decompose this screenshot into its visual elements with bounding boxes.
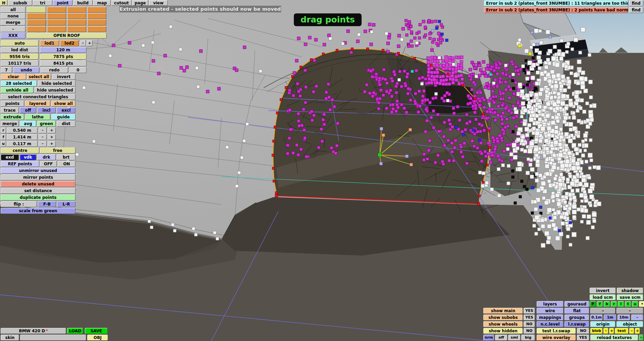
subob-all[interactable]: all bbox=[1, 7, 25, 13]
undo-count[interactable]: 7 bbox=[1, 67, 12, 73]
wire-button[interactable]: wire bbox=[537, 308, 564, 314]
channel-p-button[interactable]: P bbox=[590, 301, 596, 307]
shadow-scm-button[interactable]: shadow bbox=[617, 288, 643, 294]
coord-u-axis[interactable]: u bbox=[1, 141, 6, 147]
coord-f-plus[interactable]: + bbox=[48, 134, 56, 140]
coord-u-minus[interactable]: – bbox=[39, 141, 47, 147]
merge-button[interactable]: merge bbox=[1, 121, 19, 127]
error-bar-2[interactable]: Error in sub 2 (plates_front 3NUMBE) : 2… bbox=[484, 7, 628, 13]
show-subobs-toggle[interactable]: YES bbox=[524, 315, 535, 321]
subob-grid-cell[interactable] bbox=[67, 7, 86, 13]
ref-on-button[interactable]: ON bbox=[58, 161, 75, 167]
model-name-button[interactable]: BMW 420 D* bbox=[1, 328, 66, 334]
coord-r-plus[interactable]: + bbox=[48, 127, 56, 133]
subob-grid-cell[interactable] bbox=[87, 19, 106, 25]
coord-r-value[interactable]: 0.540 m bbox=[7, 127, 38, 133]
pts-active[interactable]: 7875 pts bbox=[40, 54, 87, 60]
lod-dist-value[interactable]: 120 m bbox=[40, 47, 87, 53]
mirror-points-button[interactable]: mirror points bbox=[1, 174, 75, 180]
channel-b-button[interactable]: b bbox=[604, 301, 610, 307]
subob-dash[interactable]: – bbox=[1, 26, 25, 32]
blob-minus-button[interactable]: – bbox=[603, 328, 608, 334]
subob-grid-cell[interactable] bbox=[47, 7, 66, 13]
select-all-button[interactable]: select all bbox=[27, 74, 51, 80]
menu-view[interactable]: view bbox=[149, 0, 168, 6]
ref-off-button[interactable]: OFF bbox=[40, 161, 57, 167]
subob-name[interactable]: OPEN ROOF bbox=[27, 33, 107, 39]
subob-grid-cell[interactable] bbox=[47, 19, 66, 25]
menu-cutout[interactable]: cutout bbox=[111, 0, 131, 6]
coord-f-minus[interactable]: – bbox=[39, 134, 47, 140]
redo-button[interactable]: redo bbox=[41, 67, 68, 73]
wire-overlay-label[interactable]: wire overlay bbox=[537, 335, 576, 341]
test-lrswap-toggle[interactable]: NO bbox=[577, 328, 589, 334]
subob-grid-cell[interactable] bbox=[47, 26, 66, 32]
origin-button[interactable]: origin bbox=[590, 321, 615, 327]
nrm-off-button[interactable]: off bbox=[495, 335, 507, 341]
text-minus-button[interactable]: – bbox=[629, 328, 634, 334]
drk-button[interactable]: drk bbox=[37, 154, 56, 160]
subob-none[interactable]: none bbox=[1, 13, 25, 19]
reload-dash-button[interactable]: – bbox=[639, 335, 643, 341]
invert-button[interactable]: invert bbox=[52, 74, 75, 80]
load-model-button[interactable]: LOAD bbox=[67, 328, 83, 334]
channel-dot-button[interactable]: • bbox=[639, 301, 644, 307]
lod-1[interactable]: lod1 bbox=[40, 40, 59, 46]
show-wheels-label[interactable]: show wheels bbox=[483, 321, 523, 327]
select-connected-button[interactable]: select connected triangles bbox=[1, 94, 75, 100]
save-scm-button[interactable]: save scm bbox=[617, 294, 643, 300]
trace-incl-button[interactable]: incl bbox=[37, 107, 56, 113]
nrm-button[interactable]: nrm bbox=[483, 335, 494, 341]
flip-button[interactable]: flip : bbox=[1, 201, 37, 207]
show-subobs-label[interactable]: show subobs bbox=[483, 315, 523, 321]
flat-button[interactable]: flat bbox=[565, 308, 589, 314]
coord-f-value[interactable]: 1.414 m bbox=[7, 134, 38, 140]
layered-button[interactable]: layered bbox=[25, 101, 50, 107]
coord-r-axis[interactable]: r bbox=[1, 127, 6, 133]
subob-grid-cell[interactable] bbox=[87, 7, 106, 13]
subob-grid-cell[interactable] bbox=[67, 19, 86, 25]
show-all-button[interactable]: show all bbox=[51, 101, 75, 107]
skin-name-field[interactable] bbox=[20, 335, 86, 341]
show-hidden-label[interactable]: show hidden bbox=[483, 328, 523, 334]
skin-button[interactable]: skin bbox=[1, 335, 19, 341]
hide-unselected-button[interactable]: hide unselected bbox=[35, 87, 75, 93]
menu-build[interactable]: build bbox=[73, 0, 93, 6]
grid-01m-button[interactable]: 0.1m bbox=[590, 315, 603, 321]
free-button[interactable]: free bbox=[40, 148, 75, 154]
channel-l-button[interactable]: l bbox=[618, 301, 624, 307]
subob-grid-cell[interactable] bbox=[67, 26, 86, 32]
unhide-all-button[interactable]: unhide all bbox=[1, 87, 34, 93]
subob-grid-cell[interactable] bbox=[27, 26, 46, 32]
flip-lr-button[interactable]: L-R bbox=[57, 201, 75, 207]
channel-r-button[interactable]: r bbox=[611, 301, 617, 307]
mappings-button[interactable]: mappings bbox=[537, 315, 564, 321]
subob-grid-cell[interactable] bbox=[47, 13, 66, 19]
brt-button[interactable]: brt bbox=[57, 154, 75, 160]
undo-button[interactable]: undo bbox=[13, 67, 39, 73]
coord-f-axis[interactable]: f bbox=[1, 134, 6, 140]
obj-button[interactable]: OBJ bbox=[87, 335, 108, 341]
menu-tri[interactable]: tri bbox=[33, 0, 52, 6]
lod-dist-label[interactable]: lod dist bbox=[1, 47, 39, 53]
channel-u-button[interactable]: u bbox=[632, 301, 638, 307]
error-2-find-button[interactable]: find bbox=[629, 7, 643, 13]
menu-map[interactable]: map bbox=[93, 0, 111, 6]
show-hidden-toggle[interactable]: NO bbox=[524, 328, 535, 334]
show-main-label[interactable]: show main bbox=[483, 308, 523, 314]
reload-textures-button[interactable]: reload textures bbox=[590, 335, 638, 341]
grid-1m-button[interactable]: 1m bbox=[604, 315, 616, 321]
layers-button[interactable]: layers bbox=[537, 301, 564, 307]
scale-from-green-button[interactable]: scale from green bbox=[1, 208, 75, 214]
subob-grid-cell[interactable] bbox=[27, 19, 46, 25]
error-bar-1[interactable]: Error in sub 2 (plates_front 3NUMBE) : 1… bbox=[484, 0, 628, 6]
trace-off-button[interactable]: off bbox=[20, 107, 36, 113]
lod-2[interactable]: lod2 bbox=[60, 40, 79, 46]
coord-u-plus[interactable]: + bbox=[48, 141, 56, 147]
show-main-toggle[interactable]: YES bbox=[524, 308, 535, 314]
text-button[interactable]: text bbox=[615, 328, 629, 334]
subob-grid-cell[interactable] bbox=[87, 13, 106, 19]
subob-xxx[interactable]: XXX bbox=[1, 33, 25, 39]
show-wheels-toggle[interactable]: NO bbox=[524, 321, 535, 327]
groups-button[interactable]: groups bbox=[565, 315, 589, 321]
